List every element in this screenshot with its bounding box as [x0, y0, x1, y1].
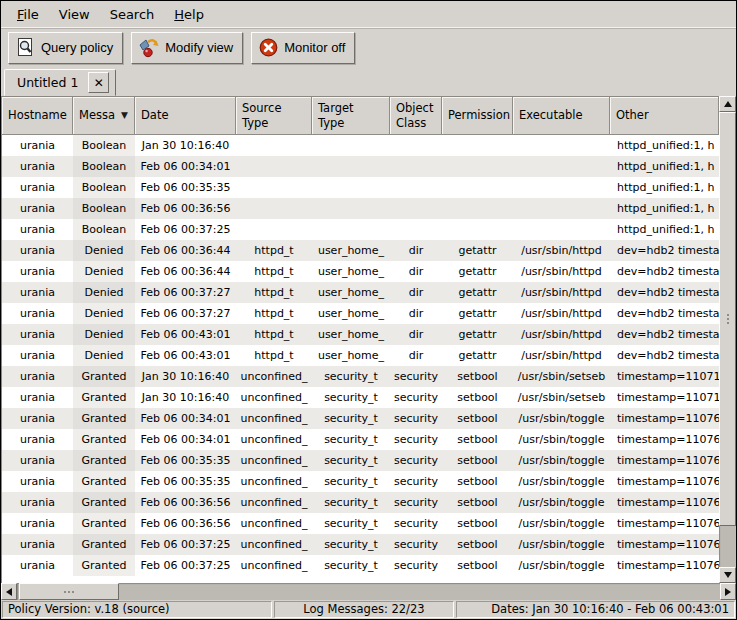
table-row[interactable]: uraniaGrantedFeb 06 00:36:56unconfined_s… [2, 513, 719, 534]
cell: urania [2, 450, 73, 471]
table-row[interactable]: uraniaBooleanFeb 06 00:34:01httpd_unifie… [2, 156, 719, 177]
cell: urania [2, 240, 73, 261]
table-body: uraniaBooleanJan 30 10:16:40httpd_unifie… [2, 135, 719, 583]
table-row[interactable]: uraniaDeniedFeb 06 00:43:01httpd_tuser_h… [2, 324, 719, 345]
cell: Boolean [73, 198, 135, 219]
table-row[interactable]: uraniaDeniedFeb 06 00:43:01httpd_tuser_h… [2, 345, 719, 366]
arrow-right-icon [725, 588, 731, 596]
vertical-scroll-thumb[interactable] [719, 112, 736, 526]
table-row[interactable]: uraniaGrantedFeb 06 00:35:35unconfined_s… [2, 471, 719, 492]
cell [513, 135, 610, 156]
column-header-hostname[interactable]: Hostname [2, 97, 73, 135]
modify-view-label: Modify view [165, 40, 233, 55]
table-row[interactable]: uraniaBooleanFeb 06 00:36:56httpd_unifie… [2, 198, 719, 219]
table-row[interactable]: uraniaGrantedFeb 06 00:37:25unconfined_s… [2, 534, 719, 555]
cell: Granted [73, 366, 135, 387]
menu-help[interactable]: Help [164, 4, 214, 25]
table-row[interactable]: uraniaGrantedJan 30 10:16:40unconfined_s… [2, 387, 719, 408]
table-row[interactable]: uraniaDeniedFeb 06 00:37:27httpd_tuser_h… [2, 303, 719, 324]
table-row[interactable]: uraniaBooleanFeb 06 00:35:35httpd_unifie… [2, 177, 719, 198]
cell: httpd_t [236, 345, 312, 366]
cell: urania [2, 345, 73, 366]
cell: setbool [442, 429, 513, 450]
cell [236, 135, 312, 156]
cell [236, 219, 312, 240]
cell [312, 156, 390, 177]
cell: unconfined_ [236, 492, 312, 513]
cell: urania [2, 408, 73, 429]
cell: dev=hdb2 timesta [610, 261, 719, 282]
arrow-up-icon [724, 101, 732, 107]
cell: security [390, 471, 442, 492]
table-row[interactable]: uraniaGrantedFeb 06 00:34:01unconfined_s… [2, 408, 719, 429]
cell: dev=hdb2 timesta [610, 345, 719, 366]
scroll-right-button[interactable] [720, 583, 736, 600]
table-row[interactable]: uraniaGrantedFeb 06 00:36:56unconfined_s… [2, 492, 719, 513]
table-row[interactable]: uraniaDeniedFeb 06 00:36:44httpd_tuser_h… [2, 240, 719, 261]
cell [513, 219, 610, 240]
tab-close-button[interactable]: ✕ [88, 72, 109, 93]
horizontal-scroll-trough[interactable] [17, 583, 720, 600]
cell: /usr/sbin/toggle [513, 513, 610, 534]
table-row[interactable]: uraniaGrantedFeb 06 00:34:01unconfined_s… [2, 429, 719, 450]
cell: urania [2, 492, 73, 513]
scroll-left-button[interactable] [1, 583, 17, 600]
cell: timestamp=11071 [610, 387, 719, 408]
menu-view[interactable]: View [49, 4, 100, 25]
cell: Granted [73, 492, 135, 513]
table-row[interactable]: uraniaGrantedFeb 06 00:37:25unconfined_s… [2, 555, 719, 576]
cell: setbool [442, 513, 513, 534]
table-row[interactable]: uraniaDeniedFeb 06 00:37:27httpd_tuser_h… [2, 282, 719, 303]
close-icon: ✕ [94, 77, 104, 89]
cell [236, 198, 312, 219]
cell: security_t [312, 366, 390, 387]
column-header-date[interactable]: Date [135, 97, 236, 135]
cell [442, 177, 513, 198]
query-policy-button[interactable]: Query policy [8, 32, 123, 64]
monitor-off-button[interactable]: Monitor off [251, 32, 355, 64]
table-row[interactable]: uraniaDeniedFeb 06 00:36:44httpd_tuser_h… [2, 261, 719, 282]
horizontal-scroll-thumb[interactable] [19, 583, 119, 600]
cell: dir [390, 261, 442, 282]
cell: timestamp=11076 [610, 555, 719, 576]
cell: httpd_unified:1, h [610, 198, 719, 219]
scroll-up-button[interactable] [719, 96, 736, 112]
cell: unconfined_ [236, 450, 312, 471]
cell: security [390, 513, 442, 534]
cell [236, 156, 312, 177]
cell: Feb 06 00:37:25 [135, 534, 236, 555]
cell: urania [2, 135, 73, 156]
column-header-target-type[interactable]: Target Type [312, 97, 390, 135]
table-row[interactable]: uraniaGrantedFeb 06 00:35:35unconfined_s… [2, 450, 719, 471]
menu-file[interactable]: File [7, 4, 49, 25]
policy-version-status: Policy Version: v.18 (source) [2, 601, 272, 618]
menu-search[interactable]: Search [100, 4, 165, 25]
modify-view-button[interactable]: Modify view [131, 32, 243, 64]
cell: getattr [442, 240, 513, 261]
column-header-message[interactable]: Messa▼ [73, 97, 135, 135]
sort-descending-icon: ▼ [121, 110, 128, 121]
cell [513, 198, 610, 219]
tab-label: Untitled 1 [17, 75, 78, 90]
column-header-source-type[interactable]: Source Type [236, 97, 312, 135]
cell: Feb 06 00:36:44 [135, 261, 236, 282]
cell: Denied [73, 240, 135, 261]
column-header-other[interactable]: Other [610, 97, 719, 135]
column-header-executable[interactable]: Executable [513, 97, 610, 135]
arrow-down-icon [724, 572, 732, 578]
table-row[interactable]: uraniaBooleanFeb 06 00:37:25httpd_unifie… [2, 219, 719, 240]
cell: urania [2, 177, 73, 198]
table-row[interactable]: uraniaGrantedJan 30 10:16:40unconfined_s… [2, 366, 719, 387]
cell: httpd_t [236, 261, 312, 282]
cell: Boolean [73, 177, 135, 198]
scroll-down-button[interactable] [719, 567, 736, 583]
cell: Boolean [73, 156, 135, 177]
cell: setbool [442, 492, 513, 513]
cell: dir [390, 282, 442, 303]
table-row[interactable]: uraniaBooleanJan 30 10:16:40httpd_unifie… [2, 135, 719, 156]
vertical-scroll-trough[interactable] [719, 112, 736, 567]
column-header-permission[interactable]: Permission [442, 97, 513, 135]
cell: Jan 30 10:16:40 [135, 135, 236, 156]
tab-untitled-1[interactable]: Untitled 1 ✕ [4, 69, 116, 96]
column-header-object-class[interactable]: Object Class [390, 97, 442, 135]
